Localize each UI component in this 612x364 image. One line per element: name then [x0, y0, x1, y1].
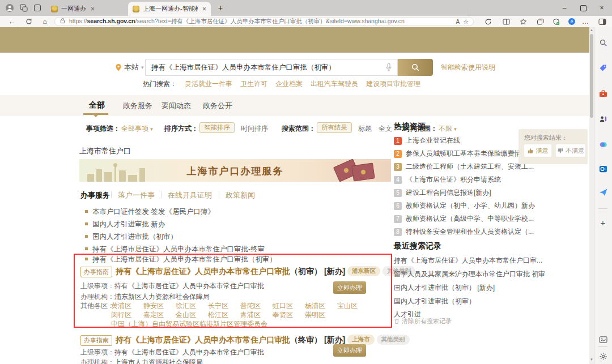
- hukou-banner[interactable]: 上海市户口办理服务: [79, 159, 391, 182]
- hot-resource-item[interactable]: 7教师资格认定（高级中学、中等职业学校...: [394, 214, 534, 224]
- back-icon[interactable]: ←: [7, 17, 17, 26]
- hot-resource-item[interactable]: 6教师资格认定（初中、小学、幼儿园）新办: [394, 201, 535, 211]
- sort-time-option[interactable]: 时间排序: [241, 124, 268, 134]
- hot-resource-item[interactable]: 3二级造价工程师（土木建筑工程、安装工...: [394, 162, 534, 172]
- tab-actions-icon[interactable]: [32, 3, 42, 12]
- browser-tab-active[interactable]: 上海一网通办-智能检索 ×: [128, 2, 211, 16]
- hot-resource-item[interactable]: 1上海企业登记在线: [394, 136, 460, 145]
- hot-link[interactable]: 灵活就业一件事: [185, 79, 232, 89]
- district-link[interactable]: 金山区: [176, 310, 208, 320]
- district-link[interactable]: 虹口区: [273, 301, 305, 311]
- subtab-certificates[interactable]: 在线开具证明: [168, 190, 212, 200]
- browser-tab[interactable]: 一网通办 ×: [46, 2, 126, 16]
- search-input[interactable]: [145, 59, 398, 76]
- district-link[interactable]: 中国（上海）自由贸易试验区临港新片区管理委员会: [111, 319, 267, 329]
- clear-history-button[interactable]: 清除所有搜索记录: [394, 317, 452, 326]
- district-link[interactable]: 长宁区: [208, 301, 240, 311]
- service-link[interactable]: 持有《上海市居住证》人员申办本市常住户口审批-终审: [85, 245, 265, 254]
- favorites-icon[interactable]: [518, 17, 528, 26]
- smart-search-help-link[interactable]: 智能检索使用说明: [441, 63, 495, 72]
- sidebar-outlook-icon[interactable]: [598, 164, 608, 174]
- district-link[interactable]: 青浦区: [240, 310, 273, 320]
- hot-resource-item[interactable]: 4《上海市居住证》积分申请系统: [394, 175, 501, 185]
- sort-smart-pill[interactable]: 智能排序: [199, 122, 235, 133]
- close-tab-icon[interactable]: ×: [202, 5, 206, 13]
- handle-now-button[interactable]: 立即办理: [333, 281, 366, 294]
- range-title-option[interactable]: 标题: [358, 124, 372, 134]
- time-value[interactable]: 不限 ▾: [439, 124, 457, 134]
- hot-link[interactable]: 建设项目审批管理: [366, 79, 420, 89]
- settings-gear-icon[interactable]: [598, 351, 608, 361]
- service-link[interactable]: 持有《上海市居住证》人员申办本市常住户口审批（初审）: [85, 255, 277, 264]
- service-link[interactable]: 国内人才引进审批（初审）: [85, 232, 177, 242]
- tab-disclosure[interactable]: 政务公开: [203, 101, 232, 111]
- edge-copilot-icon[interactable]: e: [567, 17, 577, 26]
- sidebar-drop-icon[interactable]: [598, 187, 608, 198]
- range-all-pill[interactable]: 所有结果: [317, 122, 352, 133]
- result-title[interactable]: 持有《上海市居住证》人员申办本市常住户口审批（终审） [新办] 上海市 其他类别: [116, 335, 410, 345]
- more-menu-icon[interactable]: …: [580, 17, 590, 26]
- subtab-services[interactable]: 办事服务: [80, 190, 110, 200]
- sidebar-search-icon[interactable]: [598, 37, 608, 48]
- result-title[interactable]: 持有《上海市居住证》人员申办本市常住户口审批（初审） [新办] 浦东新区 其他类…: [116, 266, 415, 277]
- district-link[interactable]: 松江区: [208, 310, 240, 320]
- hot-resource-item[interactable]: 8特种设备安全管理和作业人员资格认定（...: [394, 227, 534, 237]
- district-link[interactable]: 崇明区: [305, 310, 337, 320]
- password-shield-icon[interactable]: [551, 17, 561, 26]
- district-link[interactable]: 杨浦区: [305, 301, 337, 311]
- sidebar-designer-icon[interactable]: [598, 139, 608, 149]
- split-screen-icon[interactable]: [501, 17, 511, 26]
- district-link[interactable]: 徐汇区: [176, 301, 208, 311]
- filter-item-value[interactable]: 全部事项 ▾: [121, 124, 153, 134]
- handle-now-button[interactable]: 立即办理: [333, 344, 366, 357]
- satisfied-button[interactable]: 满意: [524, 144, 551, 157]
- home-icon[interactable]: ⌂: [40, 17, 50, 26]
- tab-all[interactable]: 全部: [89, 100, 105, 110]
- read-aloud-icon[interactable]: A: [456, 19, 460, 25]
- sidebar-toggle-icon[interactable]: [597, 17, 607, 26]
- recent-search-item[interactable]: 留学人员及其家属来沪办理本市常住户口审批 初审: [394, 269, 545, 279]
- scroll-down-icon[interactable]: ▼: [589, 358, 594, 361]
- browser-essentials-icon[interactable]: [483, 17, 493, 26]
- profile-icon[interactable]: [5, 3, 15, 12]
- sidebar-add-icon[interactable]: +: [598, 217, 608, 228]
- district-link[interactable]: 普陀区: [240, 301, 273, 311]
- workspaces-icon[interactable]: [19, 3, 29, 12]
- tab-services[interactable]: 政务服务: [123, 101, 152, 111]
- range-fulltext-option[interactable]: 全文: [379, 124, 392, 134]
- new-tab-button[interactable]: +: [215, 3, 226, 12]
- tab-news[interactable]: 要闻动态: [162, 101, 191, 111]
- hot-link[interactable]: 企业档案: [275, 79, 303, 89]
- recent-search-item[interactable]: 国内人才引进审批（初审）: [394, 297, 475, 306]
- favorite-star-icon[interactable]: ☆: [463, 18, 469, 25]
- hot-link[interactable]: 出租汽车驾驶员: [311, 79, 358, 89]
- district-link[interactable]: 嘉定区: [143, 310, 176, 320]
- close-tab-icon[interactable]: ×: [91, 5, 95, 13]
- district-link[interactable]: 静安区: [143, 301, 176, 311]
- sidebar-shopping-icon[interactable]: [598, 63, 608, 73]
- sidebar-games-icon[interactable]: [598, 114, 608, 124]
- subtab-policy-news[interactable]: 政策新闻: [226, 190, 255, 200]
- service-link[interactable]: 国内人才引进审批 新办: [85, 220, 165, 229]
- service-link[interactable]: 本市户口证件签发 签发《居民户口簿》: [85, 207, 215, 217]
- refresh-icon[interactable]: [24, 17, 34, 26]
- recent-search-item[interactable]: 国内人才引进审批（初审） [新办]: [394, 283, 495, 293]
- maximize-button[interactable]: [574, 0, 592, 16]
- subtab-settle[interactable]: 落户一件事: [118, 190, 155, 200]
- search-scope[interactable]: 本站 ▾: [115, 62, 144, 72]
- search-button[interactable]: [398, 59, 433, 76]
- district-link[interactable]: 奉贤区: [273, 310, 305, 320]
- hot-resource-item[interactable]: 2参保人员城镇职工基本养老保险缴费情况 ...: [394, 149, 536, 159]
- scroll-up-icon[interactable]: ▲: [589, 28, 594, 32]
- collections-icon[interactable]: [535, 17, 545, 26]
- address-bar[interactable]: https://search.sh.gov.cn/search?text=持有《…: [54, 17, 474, 26]
- visual-search-icon[interactable]: [598, 334, 608, 344]
- recent-search-item[interactable]: 持有《上海市居住证》人员申办本市常住户口审...: [394, 256, 542, 265]
- unsatisfied-button[interactable]: 不满意: [556, 144, 585, 157]
- mic-icon[interactable]: [385, 63, 392, 74]
- close-window-button[interactable]: ×: [593, 0, 611, 16]
- district-link[interactable]: 黄浦区: [111, 301, 143, 311]
- hot-link[interactable]: 卫生许可: [240, 79, 267, 89]
- scrollbar-thumb[interactable]: [590, 34, 593, 118]
- minimize-button[interactable]: –: [555, 0, 573, 16]
